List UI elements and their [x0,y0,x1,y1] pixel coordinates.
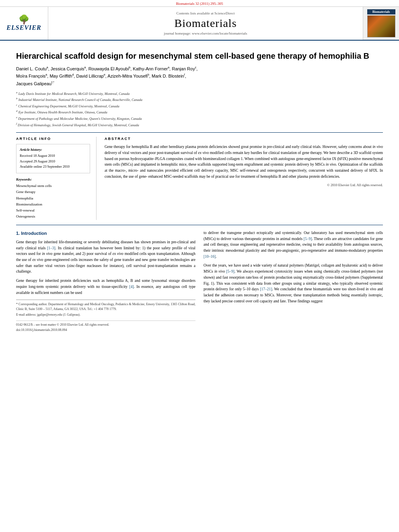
article-info-heading: ARTICLE INFO [16,137,90,141]
journal-homepage-link[interactable]: journal homepage: www.elsevier.com/locat… [164,31,247,35]
intro-paragraph-2: Gene therapy for inherited protein defic… [16,278,195,296]
elsevier-logo-section: 🌳 ELSEVIER [0,7,48,40]
issn-text: 0142-9612/$ – see front matter © 2010 El… [16,322,195,328]
citation-text: Biomaterials 32 (2011) 295–305 [176,2,223,6]
keywords-heading: Keywords: [16,177,90,181]
abstract-heading: ABSTRACT [105,137,383,141]
available-date: Available online 23 September 2010 [20,164,86,170]
body-content: 1. Introduction Gene therapy for inherit… [16,230,383,333]
accepted-date: Accepted 29 August 2010 [20,159,86,164]
doi-text: doi:10.1016/j.biomaterials.2010.08.094 [16,328,195,333]
history-heading: Article history: [20,148,86,152]
keyword-4: Biomineralization [16,201,90,207]
keyword-1: Mesenchymal stem cells [16,183,90,189]
article-title: Hierarchical scaffold design for mesench… [16,51,383,61]
email-note: E-mail address: jgalipe@emory.edu (J. Ga… [16,312,195,317]
elsevier-tree-icon: 🌳 [19,15,29,24]
keyword-2: Gene therapy [16,189,90,195]
body-right-column: to deliver the transgene product ectopic… [204,230,383,333]
intro-section-title: 1. Introduction [16,230,195,237]
affiliations-list: a Lady Davis Institute for Medical Resea… [16,90,383,127]
footnote-section: * Corresponding author. Department of He… [16,300,195,317]
biomaterials-badge: Biomaterials [367,9,395,14]
sciencedirect-link[interactable]: Contents lists available at ScienceDirec… [177,11,235,15]
doi-bar: 0142-9612/$ – see front matter © 2010 El… [16,320,195,333]
correspondence-note: * Corresponding author. Department of He… [16,302,195,312]
copyright-notice: © 2010 Elsevier Ltd. All rights reserved… [105,183,383,187]
body-left-column: 1. Introduction Gene therapy for inherit… [16,230,195,333]
keywords-section: Keywords: Mesenchymal stem cells Gene th… [16,177,90,220]
affil-c: Chemical Engineering Department, McGill … [18,104,119,108]
journal-citation: Biomaterials 32 (2011) 295–305 [0,0,399,7]
affil-e: Department of Pathology and Molecular Me… [18,117,142,121]
journal-title-section: Contents lists available at ScienceDirec… [48,7,363,40]
affil-b: Industrial Material Institute, National … [19,98,143,102]
journal-cover-section: Biomaterials [363,7,399,40]
authors-list: Daniel L. Coutua, Jessica Cuerquisa, Rou… [16,65,383,87]
keyword-5: Self-renewal [16,207,90,214]
right-paragraph-2: Over the years, we have used a wide vari… [204,263,383,304]
intro-paragraph-1: Gene therapy for inherited life-threaten… [16,239,195,275]
article-info-column: ARTICLE INFO Article history: Received 1… [16,137,97,220]
journal-header: 🌳 ELSEVIER Contents lists available at S… [0,7,399,41]
right-paragraph-1: to deliver the transgene product ectopic… [204,230,383,260]
main-content: Hierarchical scaffold design for mesench… [0,41,399,337]
keyword-3: Hemophilia [16,195,90,201]
elsevier-wordmark: ELSEVIER [6,24,41,31]
article-history-box: Article history: Received 18 August 2010… [16,144,90,173]
section-divider [16,225,383,225]
received-date: Received 18 August 2010 [20,153,86,159]
keyword-6: Osteogenesis [16,214,90,220]
abstract-column: ABSTRACT Gene therapy for hemophilia B a… [105,137,383,220]
abstract-body: Gene therapy for hemophilia B and other … [105,144,383,179]
elsevier-logo: 🌳 ELSEVIER [6,15,41,31]
journal-name: Biomaterials [174,17,237,30]
affil-a: Lady Davis Institute for Medical Researc… [19,92,130,96]
journal-cover-image [367,15,395,37]
affil-f: Division of Hematology, Jewish General H… [18,123,139,127]
affil-d: Eye Institute, Ottawa Health Research In… [19,110,107,114]
article-info-abstract-section: ARTICLE INFO Article history: Received 1… [16,132,383,220]
